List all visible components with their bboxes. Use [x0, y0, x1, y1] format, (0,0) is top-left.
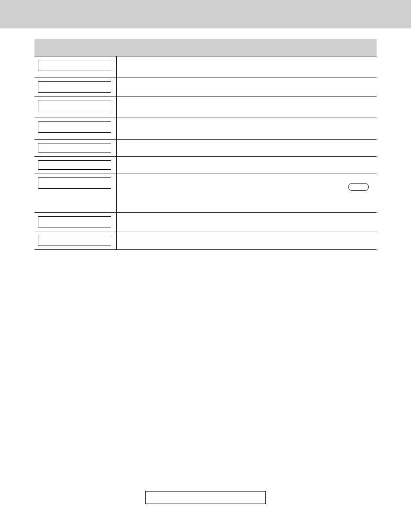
menu-button[interactable]: [38, 235, 111, 246]
menu-button[interactable]: [38, 160, 111, 170]
row-desc: [116, 213, 377, 231]
menu-button[interactable]: [38, 177, 111, 189]
row-desc: [116, 96, 377, 118]
table-header-col2: [116, 39, 377, 56]
table-row: [34, 78, 377, 96]
menu-button[interactable]: [38, 143, 111, 152]
row-desc: [116, 174, 377, 213]
row-desc: [116, 78, 377, 96]
table-header-col1: [34, 39, 116, 56]
header-band: [0, 0, 411, 28]
table-row: [34, 118, 377, 140]
table-row: [34, 96, 377, 118]
page-content: [0, 28, 411, 504]
settings-table: [34, 39, 377, 250]
row-desc: [116, 157, 377, 174]
table-row: [34, 140, 377, 157]
menu-button[interactable]: [38, 60, 111, 71]
menu-button[interactable]: [38, 216, 111, 227]
table-row: [34, 231, 377, 250]
footer-note-box: [145, 491, 266, 504]
row-desc: [116, 118, 377, 140]
row-desc: [116, 231, 377, 250]
table-row: [34, 157, 377, 174]
row-desc: [116, 140, 377, 157]
menu-button[interactable]: [38, 81, 111, 93]
table-row: [34, 213, 377, 231]
table-row: [34, 56, 377, 78]
key-pill-icon: [348, 183, 369, 191]
row-desc: [116, 56, 377, 78]
menu-button[interactable]: [38, 121, 111, 133]
menu-button[interactable]: [38, 100, 111, 111]
table-row: [34, 174, 377, 213]
table-header-row: [34, 39, 377, 56]
